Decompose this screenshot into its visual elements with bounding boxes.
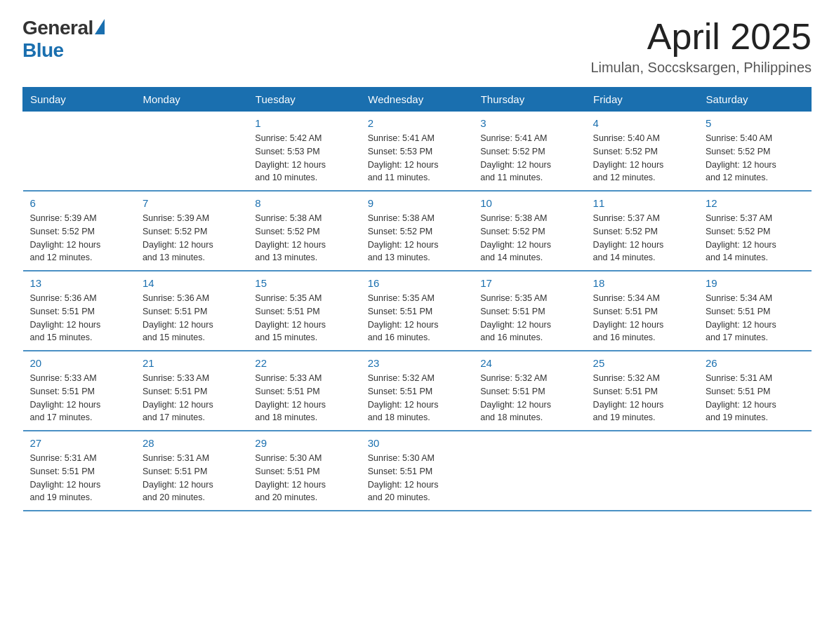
week-row-2: 6Sunrise: 5:39 AMSunset: 5:52 PMDaylight…: [23, 191, 812, 271]
calendar-cell: 1Sunrise: 5:42 AMSunset: 5:53 PMDaylight…: [248, 112, 360, 192]
weekday-header-monday: Monday: [135, 88, 248, 112]
day-info: Sunrise: 5:42 AMSunset: 5:53 PMDaylight:…: [255, 132, 353, 185]
day-number: 5: [706, 117, 804, 129]
calendar-cell: [473, 431, 585, 511]
day-info: Sunrise: 5:40 AMSunset: 5:52 PMDaylight:…: [593, 132, 691, 185]
day-info: Sunrise: 5:34 AMSunset: 5:51 PMDaylight:…: [593, 292, 691, 344]
day-info: Sunrise: 5:36 AMSunset: 5:51 PMDaylight:…: [30, 292, 128, 344]
day-info: Sunrise: 5:38 AMSunset: 5:52 PMDaylight:…: [368, 212, 466, 264]
calendar-cell: 2Sunrise: 5:41 AMSunset: 5:53 PMDaylight…: [361, 112, 473, 192]
day-number: 7: [143, 197, 241, 209]
day-number: 16: [368, 277, 466, 289]
day-number: 24: [480, 357, 578, 369]
calendar-cell: 4Sunrise: 5:40 AMSunset: 5:52 PMDaylight…: [586, 112, 699, 192]
calendar-cell: 14Sunrise: 5:36 AMSunset: 5:51 PMDayligh…: [135, 271, 248, 351]
day-number: 9: [368, 197, 466, 209]
day-number: 22: [255, 357, 353, 369]
day-number: 19: [706, 277, 804, 289]
weekday-header-sunday: Sunday: [23, 88, 135, 112]
day-info: Sunrise: 5:30 AMSunset: 5:51 PMDaylight:…: [368, 452, 466, 504]
calendar-title: April 2025: [590, 17, 812, 57]
weekday-header-friday: Friday: [586, 88, 699, 112]
day-info: Sunrise: 5:32 AMSunset: 5:51 PMDaylight:…: [368, 372, 466, 424]
day-number: 6: [30, 197, 128, 209]
calendar-cell: [135, 112, 248, 192]
day-info: Sunrise: 5:32 AMSunset: 5:51 PMDaylight:…: [480, 372, 578, 424]
calendar-cell: 30Sunrise: 5:30 AMSunset: 5:51 PMDayligh…: [361, 431, 473, 511]
calendar-cell: [23, 112, 135, 192]
calendar-cell: 29Sunrise: 5:30 AMSunset: 5:51 PMDayligh…: [248, 431, 360, 511]
calendar-cell: 28Sunrise: 5:31 AMSunset: 5:51 PMDayligh…: [135, 431, 248, 511]
calendar-cell: 5Sunrise: 5:40 AMSunset: 5:52 PMDaylight…: [699, 112, 811, 192]
calendar-cell: 22Sunrise: 5:33 AMSunset: 5:51 PMDayligh…: [248, 351, 360, 431]
logo-blue: Blue: [22, 39, 105, 62]
calendar-cell: 6Sunrise: 5:39 AMSunset: 5:52 PMDaylight…: [23, 191, 135, 271]
calendar-cell: [586, 431, 699, 511]
calendar-cell: 15Sunrise: 5:35 AMSunset: 5:51 PMDayligh…: [248, 271, 360, 351]
day-number: 26: [706, 357, 804, 369]
day-info: Sunrise: 5:33 AMSunset: 5:51 PMDaylight:…: [255, 372, 353, 424]
week-row-1: 1Sunrise: 5:42 AMSunset: 5:53 PMDaylight…: [23, 112, 812, 192]
calendar-cell: 9Sunrise: 5:38 AMSunset: 5:52 PMDaylight…: [361, 191, 473, 271]
week-row-3: 13Sunrise: 5:36 AMSunset: 5:51 PMDayligh…: [23, 271, 812, 351]
calendar-cell: 17Sunrise: 5:35 AMSunset: 5:51 PMDayligh…: [473, 271, 585, 351]
calendar-cell: 26Sunrise: 5:31 AMSunset: 5:51 PMDayligh…: [699, 351, 811, 431]
day-number: 18: [593, 277, 691, 289]
calendar-cell: 8Sunrise: 5:38 AMSunset: 5:52 PMDaylight…: [248, 191, 360, 271]
calendar-cell: 3Sunrise: 5:41 AMSunset: 5:52 PMDaylight…: [473, 112, 585, 192]
day-number: 30: [368, 437, 466, 449]
day-info: Sunrise: 5:35 AMSunset: 5:51 PMDaylight:…: [480, 292, 578, 344]
day-number: 29: [255, 437, 353, 449]
day-info: Sunrise: 5:36 AMSunset: 5:51 PMDaylight:…: [143, 292, 241, 344]
day-info: Sunrise: 5:31 AMSunset: 5:51 PMDaylight:…: [30, 452, 128, 504]
logo: General Blue: [22, 17, 105, 62]
weekday-header-thursday: Thursday: [473, 88, 585, 112]
weekday-header-tuesday: Tuesday: [248, 88, 360, 112]
logo-general: General: [22, 17, 93, 39]
calendar-cell: 24Sunrise: 5:32 AMSunset: 5:51 PMDayligh…: [473, 351, 585, 431]
day-number: 10: [480, 197, 578, 209]
calendar-cell: 27Sunrise: 5:31 AMSunset: 5:51 PMDayligh…: [23, 431, 135, 511]
day-info: Sunrise: 5:33 AMSunset: 5:51 PMDaylight:…: [143, 372, 241, 424]
weekday-header-row: SundayMondayTuesdayWednesdayThursdayFrid…: [23, 88, 812, 112]
calendar-cell: 21Sunrise: 5:33 AMSunset: 5:51 PMDayligh…: [135, 351, 248, 431]
title-block: April 2025 Limulan, Soccsksargen, Philip…: [590, 17, 812, 76]
day-number: 13: [30, 277, 128, 289]
calendar-cell: 23Sunrise: 5:32 AMSunset: 5:51 PMDayligh…: [361, 351, 473, 431]
calendar-cell: 16Sunrise: 5:35 AMSunset: 5:51 PMDayligh…: [361, 271, 473, 351]
day-number: 15: [255, 277, 353, 289]
day-info: Sunrise: 5:38 AMSunset: 5:52 PMDaylight:…: [480, 212, 578, 264]
calendar-cell: 11Sunrise: 5:37 AMSunset: 5:52 PMDayligh…: [586, 191, 699, 271]
calendar-cell: [699, 431, 811, 511]
day-info: Sunrise: 5:37 AMSunset: 5:52 PMDaylight:…: [593, 212, 691, 264]
day-info: Sunrise: 5:35 AMSunset: 5:51 PMDaylight:…: [368, 292, 466, 344]
calendar-cell: 13Sunrise: 5:36 AMSunset: 5:51 PMDayligh…: [23, 271, 135, 351]
weekday-header-saturday: Saturday: [699, 88, 811, 112]
day-number: 28: [143, 437, 241, 449]
calendar-cell: 10Sunrise: 5:38 AMSunset: 5:52 PMDayligh…: [473, 191, 585, 271]
day-info: Sunrise: 5:30 AMSunset: 5:51 PMDaylight:…: [255, 452, 353, 504]
day-number: 3: [480, 117, 578, 129]
calendar-subtitle: Limulan, Soccsksargen, Philippines: [590, 60, 812, 76]
day-info: Sunrise: 5:39 AMSunset: 5:52 PMDaylight:…: [30, 212, 128, 264]
day-info: Sunrise: 5:41 AMSunset: 5:52 PMDaylight:…: [480, 132, 578, 185]
day-number: 20: [30, 357, 128, 369]
day-info: Sunrise: 5:31 AMSunset: 5:51 PMDaylight:…: [143, 452, 241, 504]
day-number: 21: [143, 357, 241, 369]
day-number: 2: [368, 117, 466, 129]
day-number: 1: [255, 117, 353, 129]
calendar-cell: 7Sunrise: 5:39 AMSunset: 5:52 PMDaylight…: [135, 191, 248, 271]
day-info: Sunrise: 5:40 AMSunset: 5:52 PMDaylight:…: [706, 132, 804, 185]
week-row-4: 20Sunrise: 5:33 AMSunset: 5:51 PMDayligh…: [23, 351, 812, 431]
day-number: 8: [255, 197, 353, 209]
day-info: Sunrise: 5:32 AMSunset: 5:51 PMDaylight:…: [593, 372, 691, 424]
day-info: Sunrise: 5:31 AMSunset: 5:51 PMDaylight:…: [706, 372, 804, 424]
day-number: 11: [593, 197, 691, 209]
day-info: Sunrise: 5:39 AMSunset: 5:52 PMDaylight:…: [143, 212, 241, 264]
day-number: 23: [368, 357, 466, 369]
day-info: Sunrise: 5:34 AMSunset: 5:51 PMDaylight:…: [706, 292, 804, 344]
day-info: Sunrise: 5:37 AMSunset: 5:52 PMDaylight:…: [706, 212, 804, 264]
calendar-table: SundayMondayTuesdayWednesdayThursdayFrid…: [22, 87, 812, 511]
calendar-cell: 25Sunrise: 5:32 AMSunset: 5:51 PMDayligh…: [586, 351, 699, 431]
calendar-cell: 19Sunrise: 5:34 AMSunset: 5:51 PMDayligh…: [699, 271, 811, 351]
